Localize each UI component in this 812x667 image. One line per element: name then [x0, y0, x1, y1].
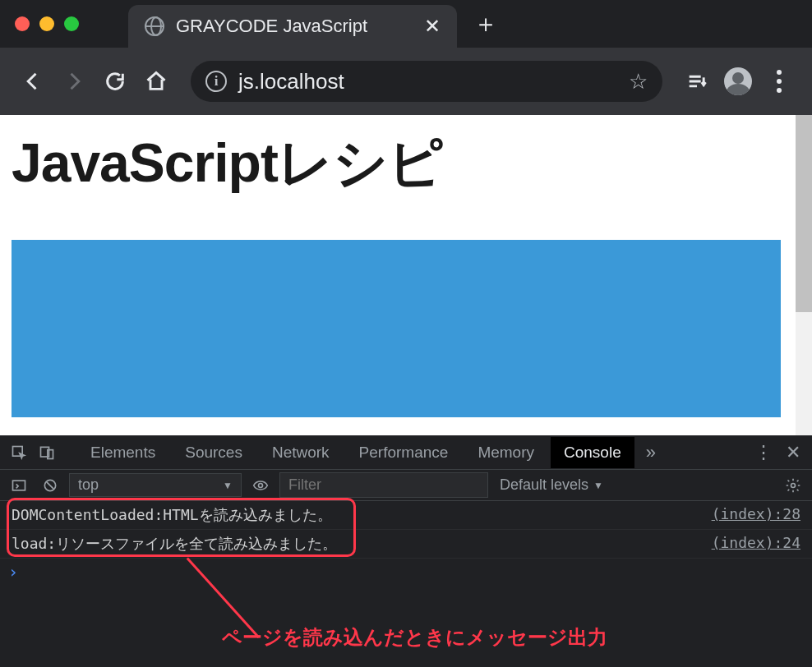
reload-button[interactable] [99, 65, 131, 98]
devtools-close-icon[interactable]: ✕ [781, 439, 805, 467]
log-levels-select[interactable]: Default levels ▼ [500, 476, 603, 494]
blue-box [12, 240, 781, 417]
forward-button[interactable] [58, 65, 90, 98]
svg-point-6 [791, 483, 796, 487]
tab-elements[interactable]: Elements [77, 437, 168, 468]
tab-performance[interactable]: Performance [346, 437, 462, 468]
live-expression-icon[interactable] [248, 473, 273, 498]
site-info-icon[interactable]: i [205, 71, 227, 92]
browser-toolbar: i js.localhost ☆ [0, 48, 812, 115]
tab-sources[interactable]: Sources [172, 437, 256, 468]
log-source-link[interactable]: (index):28 [712, 505, 800, 525]
svg-rect-3 [13, 481, 25, 490]
traffic-lights [15, 16, 79, 31]
maximize-window-button[interactable] [64, 16, 79, 31]
minimize-window-button[interactable] [39, 16, 54, 31]
tabs-overflow-icon[interactable]: » [638, 442, 664, 463]
page-heading: JavaScriptレシピ [12, 126, 800, 200]
dropdown-triangle-icon: ▼ [223, 480, 233, 491]
clear-console-icon[interactable] [38, 473, 62, 498]
url-text: js.localhost [238, 69, 617, 94]
page-viewport: JavaScriptレシピ [0, 115, 812, 435]
page-content: JavaScriptレシピ [0, 115, 812, 417]
profile-avatar[interactable] [722, 65, 754, 98]
tab-memory[interactable]: Memory [464, 437, 547, 468]
annotation-text: ページを読み込んだときにメッセージ出力 [222, 624, 607, 651]
tab-network[interactable]: Network [259, 437, 343, 468]
new-tab-button[interactable]: ＋ [473, 7, 498, 41]
devtools-tabbar: Elements Sources Network Performance Mem… [0, 435, 812, 470]
console-settings-icon[interactable] [781, 473, 805, 498]
dropdown-triangle-icon: ▼ [593, 480, 603, 491]
back-button[interactable] [16, 65, 49, 98]
address-bar[interactable]: i js.localhost ☆ [191, 61, 662, 102]
log-levels-label: Default levels [500, 476, 588, 494]
vertical-scrollbar-thumb[interactable] [796, 115, 812, 312]
inspect-element-icon[interactable] [7, 440, 31, 465]
close-window-button[interactable] [15, 16, 30, 31]
browser-menu-button[interactable] [763, 65, 796, 98]
devtools-panel: Elements Sources Network Performance Mem… [0, 435, 812, 667]
console-filter-input[interactable] [279, 472, 488, 498]
execution-context-select[interactable]: top ▼ [69, 473, 242, 497]
toggle-sidebar-icon[interactable] [7, 473, 31, 498]
tab-title: GRAYCODE JavaScript [176, 16, 413, 37]
window-titlebar: GRAYCODE JavaScript ✕ ＋ [0, 0, 812, 48]
console-toolbar: top ▼ Default levels ▼ [0, 470, 812, 501]
media-control-icon[interactable] [681, 65, 713, 98]
close-tab-icon[interactable]: ✕ [424, 15, 441, 38]
device-toolbar-icon[interactable] [35, 440, 59, 465]
tab-console[interactable]: Console [551, 437, 634, 468]
home-button[interactable] [140, 65, 173, 98]
context-label: top [78, 476, 99, 494]
devtools-right-controls: ⋮ ✕ [750, 439, 812, 467]
bookmark-star-icon[interactable]: ☆ [629, 69, 648, 94]
browser-tab[interactable]: GRAYCODE JavaScript ✕ [128, 5, 457, 48]
globe-icon [145, 16, 164, 36]
log-source-link[interactable]: (index):24 [712, 534, 800, 554]
svg-point-5 [259, 483, 263, 487]
annotation-highlight-box [7, 498, 356, 557]
console-log-area: DOMContentLoaded:HTMLを読み込みました。 (index):2… [0, 501, 812, 667]
console-prompt[interactable]: › [0, 559, 812, 585]
devtools-menu-icon[interactable]: ⋮ [750, 439, 777, 467]
